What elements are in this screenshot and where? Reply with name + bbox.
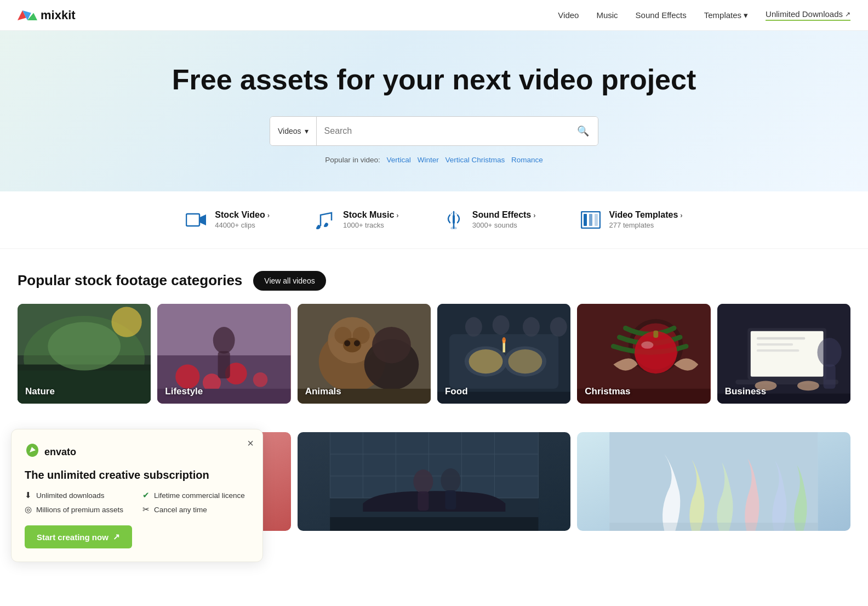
scissors-icon: ✂ (142, 505, 150, 514)
svg-point-24 (213, 327, 235, 354)
cat-sound-effects[interactable]: Sound Effects › 3000+ sounds (443, 209, 536, 231)
svg-point-33 (344, 340, 350, 346)
footage-header: Popular stock footage categories View al… (18, 271, 850, 291)
target-icon: ◎ (25, 505, 32, 514)
svg-marker-4 (200, 214, 206, 225)
food-label: Food (445, 386, 468, 397)
search-input[interactable] (317, 117, 568, 145)
nav-templates[interactable]: Templates ▾ (704, 10, 748, 20)
svg-rect-68 (823, 364, 835, 388)
logo[interactable]: mixkit (18, 8, 76, 23)
hero-title: Free assets for your next video project (11, 64, 857, 97)
video-card-food[interactable]: Food (437, 304, 570, 404)
video-card-business[interactable]: Business (717, 304, 850, 404)
christmas-label: Christmas (585, 386, 630, 397)
svg-rect-25 (218, 351, 230, 378)
svg-point-45 (502, 337, 506, 343)
stock-music-chevron-icon: › (396, 211, 398, 219)
svg-rect-75 (330, 432, 538, 498)
search-button[interactable]: 🔍 (568, 117, 598, 145)
cat-stock-video[interactable]: Stock Video › 44000+ clips (185, 209, 270, 231)
envato-leaf-icon (25, 443, 40, 461)
svg-rect-62 (757, 337, 805, 339)
tag-vertical[interactable]: Vertical (387, 156, 411, 164)
sound-effects-chevron-icon: › (533, 211, 535, 219)
nav-links: Video Music Sound Effects Templates ▾ Un… (558, 9, 850, 21)
stock-video-icon (185, 209, 207, 231)
popup-features: ⬇ Unlimited downloads ✔ Lifetime commerc… (25, 490, 249, 514)
video-card-christmas[interactable]: Christmas (577, 304, 710, 404)
lower-card-1[interactable] (298, 432, 571, 531)
svg-point-5 (450, 226, 457, 229)
download-icon: ⬇ (25, 490, 32, 500)
video-templates-icon (580, 209, 602, 231)
start-creating-button[interactable]: Start creating now ↗ (25, 525, 132, 542)
navbar: mixkit Video Music Sound Effects Templat… (0, 0, 868, 31)
svg-point-20 (176, 364, 200, 388)
svg-rect-6 (453, 215, 455, 224)
svg-point-66 (797, 381, 819, 390)
svg-point-56 (642, 341, 654, 348)
svg-point-86 (441, 468, 460, 492)
tag-winter[interactable]: Winter (418, 156, 439, 164)
svg-rect-63 (757, 343, 793, 346)
logo-text: mixkit (41, 8, 76, 22)
start-external-icon: ↗ (113, 532, 120, 542)
hero-section: Free assets for your next video project … (0, 31, 868, 191)
search-type-chevron-icon: ▾ (305, 127, 309, 135)
svg-rect-91 (610, 523, 818, 531)
nav-sound-effects[interactable]: Sound Effects (636, 10, 687, 20)
stock-music-icon (313, 209, 335, 231)
nav-unlimited-downloads[interactable]: Unlimited Downloads ↗ (766, 9, 850, 21)
cat-stock-music[interactable]: Stock Music › 1000+ tracks (313, 209, 399, 231)
svg-point-84 (413, 469, 433, 494)
tag-vertical-christmas[interactable]: Vertical Christmas (445, 156, 505, 164)
svg-rect-8 (584, 214, 587, 226)
search-type-dropdown[interactable]: Videos ▾ (270, 117, 317, 145)
templates-chevron-icon: ▾ (744, 10, 748, 20)
envato-logo: envato (25, 443, 249, 461)
svg-point-36 (372, 327, 411, 363)
categories-bar: Stock Video › 44000+ clips Stock Music ›… (0, 191, 868, 249)
sound-effects-icon (443, 209, 465, 231)
feature-lifetime-licence: ✔ Lifetime commercial licence (142, 490, 249, 500)
video-templates-chevron-icon: › (680, 211, 682, 219)
video-card-nature[interactable]: Nature (18, 304, 151, 404)
svg-point-49 (550, 317, 567, 336)
popup-title: The unlimited creative subscription (25, 469, 249, 482)
svg-rect-87 (445, 490, 456, 509)
video-card-lifestyle[interactable]: Lifestyle (157, 304, 290, 404)
svg-point-34 (354, 340, 360, 346)
svg-point-48 (523, 317, 540, 336)
svg-point-41 (469, 349, 503, 373)
svg-rect-3 (186, 214, 199, 226)
stock-video-chevron-icon: › (267, 211, 270, 219)
cat-video-templates[interactable]: Video Templates › 277 templates (580, 209, 683, 231)
video-card-animals[interactable]: Animals (298, 304, 431, 404)
view-all-button[interactable]: View all videos (253, 271, 326, 291)
nature-label: Nature (25, 386, 55, 397)
tag-romance[interactable]: Romance (511, 156, 543, 164)
envato-popup: × envato The unlimited creative subscrip… (11, 429, 263, 542)
feature-unlimited-downloads: ⬇ Unlimited downloads (25, 490, 132, 500)
lower-card-2[interactable] (577, 432, 850, 531)
svg-rect-10 (595, 214, 598, 226)
svg-point-15 (48, 322, 121, 370)
lifestyle-label: Lifestyle (165, 386, 203, 397)
svg-rect-61 (735, 380, 838, 384)
svg-point-43 (508, 349, 542, 373)
video-grid: Nature Lifestyle (18, 304, 850, 404)
popular-tags: Popular in video: Vertical Winter Vertic… (11, 156, 857, 164)
nav-music[interactable]: Music (596, 10, 618, 20)
feature-premium-assets: ◎ Millions of premium assets (25, 505, 132, 514)
external-link-icon: ↗ (845, 10, 850, 18)
nav-video[interactable]: Video (558, 10, 579, 20)
svg-rect-85 (418, 491, 429, 511)
search-bar: Videos ▾ 🔍 (270, 116, 598, 146)
business-label: Business (725, 386, 767, 397)
svg-point-46 (465, 317, 482, 336)
footage-section: Popular stock footage categories View al… (0, 249, 868, 415)
popup-close-button[interactable]: × (247, 437, 254, 450)
feature-cancel-anytime: ✂ Cancel any time (142, 505, 249, 514)
footage-title: Popular stock footage categories (18, 272, 242, 289)
